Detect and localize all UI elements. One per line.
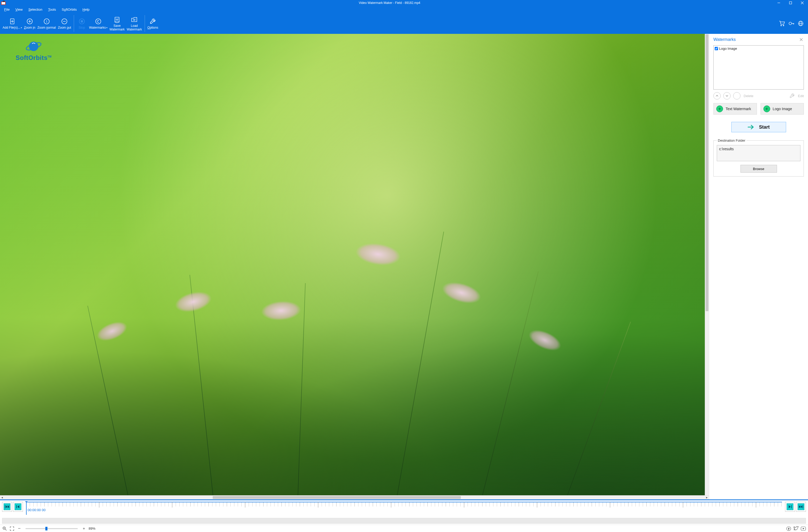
load-watermark-button[interactable]: W LoadWatermark <box>126 14 143 33</box>
timeline-ruler[interactable]: 00:00:00 00 <box>26 502 782 516</box>
fit-screen-icon[interactable] <box>10 526 15 531</box>
minimize-button[interactable] <box>773 0 785 6</box>
facebook-icon[interactable] <box>786 526 791 531</box>
plus-icon: + <box>764 106 770 112</box>
step-back-button[interactable] <box>13 502 23 512</box>
add-files-button[interactable]: Add File(s)...▾ <box>2 14 23 33</box>
zoom-slider-knob[interactable] <box>45 527 48 530</box>
load-watermark-icon: W <box>131 16 138 23</box>
wrench-icon <box>149 18 157 25</box>
svg-marker-37 <box>17 505 19 508</box>
svg-rect-36 <box>16 505 17 508</box>
start-arrow-icon <box>748 125 755 130</box>
twitter-icon[interactable] <box>793 526 798 531</box>
scroll-right-icon[interactable]: ► <box>705 496 709 499</box>
globe-icon[interactable] <box>797 20 804 26</box>
menu-selection[interactable]: Selection <box>26 6 45 13</box>
add-logo-image-button[interactable]: + Logo Image <box>760 103 804 115</box>
panel-title: Watermarks <box>713 37 736 42</box>
watermark-item-logo-image[interactable]: Logo Image <box>715 46 803 51</box>
toolbar: Add File(s)...▾ Zoom in 1 Zoom normal <box>0 13 808 34</box>
playhead[interactable] <box>26 502 26 515</box>
key-icon[interactable] <box>788 20 794 26</box>
menu-softorbits[interactable]: SoftOrbits <box>59 6 79 13</box>
horizontal-scrollbar[interactable]: ◄ ► <box>0 495 709 499</box>
svg-rect-4 <box>789 2 792 4</box>
edit-wrench-icon[interactable] <box>789 93 795 99</box>
save-watermark-button[interactable]: W SaveWatermark <box>108 14 126 33</box>
svg-point-23 <box>781 25 782 26</box>
zoom-normal-button[interactable]: 1 Zoom normal <box>36 14 57 33</box>
move-down-button[interactable] <box>723 92 731 99</box>
stop-button: Stop <box>76 14 88 33</box>
svg-line-44 <box>5 529 6 530</box>
svg-marker-41 <box>801 505 802 508</box>
title-bar: Video Watermark Maker - Field - 89182.mp… <box>0 0 808 6</box>
step-forward-button[interactable] <box>785 502 795 512</box>
uncheck-button[interactable] <box>733 92 740 99</box>
svg-marker-38 <box>789 505 791 508</box>
zoom-plus-icon[interactable]: + <box>81 526 87 531</box>
zoom-tool-icon[interactable] <box>2 526 7 531</box>
svg-rect-39 <box>791 505 792 508</box>
cart-icon[interactable] <box>779 20 785 26</box>
move-up-button[interactable] <box>713 92 721 99</box>
svg-point-25 <box>789 22 792 25</box>
destination-path[interactable]: c:\results <box>717 145 801 161</box>
menu-help[interactable]: Help <box>80 6 92 13</box>
svg-text:W: W <box>133 18 136 21</box>
browse-button[interactable]: Browse <box>740 165 777 173</box>
edit-label[interactable]: Edit <box>798 94 804 98</box>
watermark-list[interactable]: Logo Image <box>713 45 804 90</box>
start-button[interactable]: Start <box>731 122 786 132</box>
status-bar: − + 89% <box>0 525 808 532</box>
timeline-track[interactable] <box>2 518 806 524</box>
svg-marker-49 <box>803 528 804 529</box>
svg-marker-40 <box>799 505 801 508</box>
add-file-icon <box>8 18 16 25</box>
main-area: SoftOrbitsTM ◄ ► Watermarks Logo Image <box>0 34 808 499</box>
svg-point-19 <box>96 19 101 24</box>
watermark-item-checkbox[interactable] <box>715 47 718 50</box>
stop-icon <box>78 18 86 25</box>
zoom-in-button[interactable]: Zoom in <box>23 14 36 33</box>
svg-text:W: W <box>116 18 118 21</box>
skip-forward-icon <box>797 504 804 510</box>
svg-point-24 <box>783 25 784 26</box>
zoom-in-icon <box>26 18 33 25</box>
maximize-button[interactable] <box>785 0 796 6</box>
svg-rect-33 <box>5 505 5 508</box>
timeline: 00:00:00 00 <box>0 499 808 525</box>
menu-tools[interactable]: Tools <box>45 6 58 13</box>
close-button[interactable] <box>796 0 808 6</box>
prev-frame-icon <box>15 504 21 510</box>
video-preview[interactable] <box>0 34 705 495</box>
menu-view[interactable]: View <box>13 6 25 13</box>
vertical-scrollbar[interactable] <box>705 34 709 495</box>
svg-rect-2 <box>3 1 5 2</box>
zoom-percent: 89% <box>89 527 95 530</box>
zoom-out-button[interactable]: Zoom out <box>57 14 72 33</box>
plus-icon: + <box>716 106 723 112</box>
menu-file[interactable]: File <box>2 6 12 13</box>
zoom-slider[interactable] <box>25 528 78 529</box>
watermarks-button[interactable]: Watermarks▾ <box>88 14 108 33</box>
window-title: Video Watermark Maker - Field - 89182.mp… <box>6 1 773 5</box>
save-watermark-icon: W <box>113 16 121 23</box>
panel-close-button[interactable] <box>798 37 804 42</box>
destination-folder-group: Destination Folder c:\results Browse <box>713 138 804 176</box>
preview-pane: SoftOrbitsTM ◄ ► <box>0 34 709 499</box>
options-button[interactable]: Options <box>146 14 159 33</box>
scroll-left-icon[interactable]: ◄ <box>0 496 4 499</box>
svg-text:1: 1 <box>46 20 48 23</box>
add-text-watermark-button[interactable]: + Text Watermark <box>713 103 757 115</box>
goto-end-button[interactable] <box>796 502 806 512</box>
goto-start-button[interactable] <box>2 502 12 512</box>
zoom-minus-icon[interactable]: − <box>17 526 22 531</box>
youtube-icon[interactable] <box>801 526 806 531</box>
delete-label[interactable]: Delete <box>743 94 754 98</box>
copyright-icon <box>95 18 102 25</box>
skip-back-icon <box>4 504 11 510</box>
app-icon <box>1 0 6 6</box>
zoom-out-icon <box>61 18 68 25</box>
